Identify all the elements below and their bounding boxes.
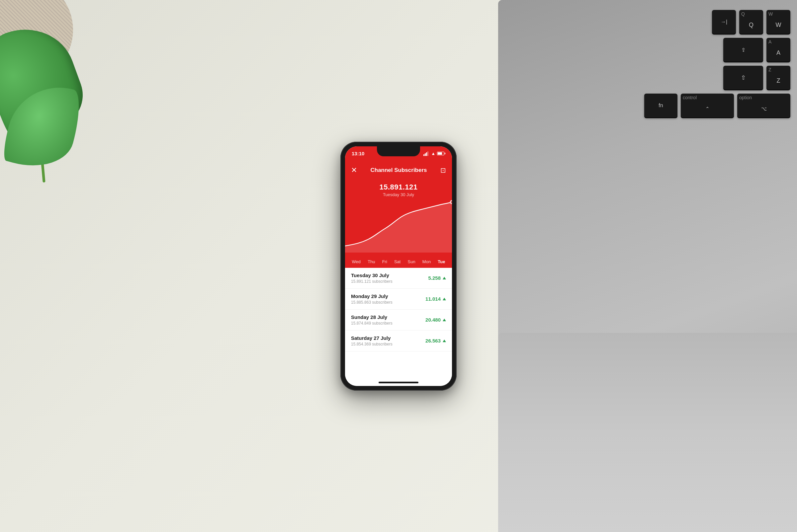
battery-icon <box>437 152 445 155</box>
key-q[interactable]: Q Q <box>739 10 763 34</box>
status-icons: ▲ <box>423 151 445 156</box>
day-thu: Thu <box>368 259 375 264</box>
item-title-3: Saturday 27 July <box>351 335 392 341</box>
item-value-3: 26.563 <box>425 338 446 343</box>
laptop-keyboard: →| Q Q W W ⇪ A A <box>498 0 797 532</box>
key-option[interactable]: option ⌥ <box>737 94 790 117</box>
item-sub-0: 15.891.121 subscribers <box>351 279 392 284</box>
key-z[interactable]: Z Z <box>766 66 790 90</box>
day-wed: Wed <box>352 259 361 264</box>
item-sub-3: 15.854.369 subscribers <box>351 342 392 346</box>
item-value-2: 20.480 <box>425 317 446 323</box>
data-list: Tuesday 30 July 15.891.121 subscribers 5… <box>345 268 452 386</box>
chart-area: 15.891.121 Tuesday 30 July <box>345 179 452 256</box>
screen-title: Channel Subscribers <box>370 167 427 174</box>
list-item[interactable]: Monday 29 July 15.885.863 subscribers 11… <box>345 289 452 310</box>
camera-button[interactable]: ⊡ <box>440 166 446 174</box>
chart-stat: 15.891.121 Tuesday 30 July <box>345 183 452 197</box>
item-value-1: 11.014 <box>425 296 446 302</box>
day-tue: Tue <box>438 259 445 264</box>
trend-up-icon-3 <box>443 340 446 342</box>
phone-screen: 13:10 ▲ <box>345 146 452 386</box>
chart-date: Tuesday 30 July <box>345 192 452 197</box>
item-sub-1: 15.885.863 subscribers <box>351 300 392 305</box>
trend-up-icon-1 <box>443 298 446 300</box>
list-item[interactable]: Sunday 28 July 15.874.849 subscribers 20… <box>345 310 452 330</box>
subscriber-chart <box>345 200 452 252</box>
key-shift-left[interactable]: ⇧ <box>723 66 763 90</box>
home-indicator <box>378 382 419 383</box>
key-w[interactable]: W W <box>766 10 790 34</box>
key-control[interactable]: control ⌃ <box>681 94 734 117</box>
item-title-1: Monday 29 July <box>351 293 392 299</box>
day-sun: Sun <box>408 259 415 264</box>
item-title-0: Tuesday 30 July <box>351 272 392 278</box>
day-labels: Wed Thu Fri Sat Sun Mon Tue <box>345 256 452 268</box>
item-title-2: Sunday 28 July <box>351 314 392 320</box>
laptop: →| Q Q W W ⇪ A A <box>498 0 797 532</box>
chart-value: 15.891.121 <box>345 183 452 191</box>
key-fn[interactable]: fn <box>644 94 678 117</box>
day-mon: Mon <box>422 259 431 264</box>
day-fri: Fri <box>382 259 387 264</box>
plant-decoration <box>0 0 110 232</box>
phone-notch <box>377 146 420 156</box>
status-time: 13:10 <box>352 151 364 156</box>
list-item[interactable]: Saturday 27 July 15.854.369 subscribers … <box>345 330 452 352</box>
wifi-icon: ▲ <box>431 151 435 156</box>
phone-body: 13:10 ▲ <box>340 142 457 391</box>
key-tab[interactable]: →| <box>712 10 736 34</box>
phone: 13:10 ▲ <box>340 142 457 391</box>
trend-up-icon-2 <box>443 319 446 321</box>
key-capslock[interactable]: ⇪ <box>723 38 763 62</box>
day-sat: Sat <box>394 259 401 264</box>
item-sub-2: 15.874.849 subscribers <box>351 321 392 326</box>
key-a[interactable]: A A <box>766 38 790 62</box>
list-item[interactable]: Tuesday 30 July 15.891.121 subscribers 5… <box>345 268 452 289</box>
item-value-0: 5.258 <box>428 275 446 281</box>
signal-icon <box>423 151 428 156</box>
laptop-body <box>498 333 797 532</box>
close-button[interactable]: ✕ <box>351 166 357 175</box>
trend-up-icon-0 <box>443 277 446 280</box>
app-header: ✕ Channel Subscribers ⊡ <box>345 161 452 179</box>
